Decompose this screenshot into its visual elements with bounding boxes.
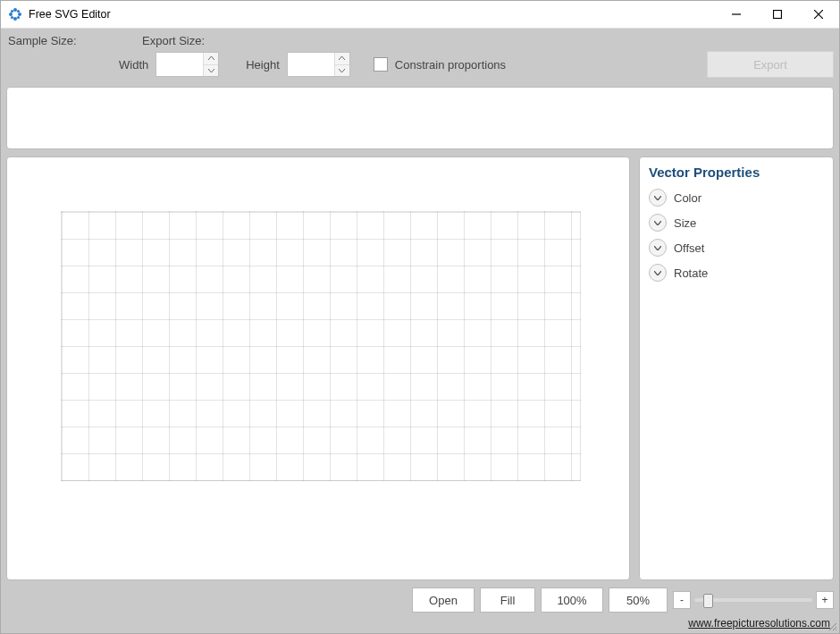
thumbnail-strip bbox=[6, 87, 834, 149]
height-input[interactable] bbox=[288, 53, 334, 76]
svg-point-5 bbox=[17, 10, 20, 13]
property-offset[interactable]: Offset bbox=[649, 239, 824, 257]
resize-grip-icon[interactable] bbox=[827, 621, 837, 631]
checkbox-box[interactable] bbox=[374, 57, 388, 72]
export-button[interactable]: Export bbox=[707, 51, 834, 78]
export-size-label: Export Size: bbox=[142, 34, 205, 47]
svg-point-2 bbox=[9, 13, 13, 16]
chevron-down-icon[interactable] bbox=[649, 189, 667, 207]
svg-line-12 bbox=[829, 623, 836, 630]
zoom-100-button[interactable]: 100% bbox=[541, 588, 603, 613]
height-spinbox[interactable] bbox=[287, 52, 350, 77]
width-step-up[interactable] bbox=[204, 53, 218, 65]
zoom-in-button[interactable]: + bbox=[816, 591, 834, 609]
property-label: Color bbox=[674, 191, 701, 205]
zoom-toolbar: Open Fill 100% 50% - + bbox=[1, 580, 839, 616]
maximize-button[interactable] bbox=[757, 1, 798, 28]
export-toolbar: Sample Size: Export Size: Width Height bbox=[1, 29, 839, 81]
height-step-up[interactable] bbox=[335, 53, 349, 65]
property-label: Size bbox=[674, 216, 696, 230]
svg-point-1 bbox=[13, 17, 17, 21]
width-spinbox[interactable] bbox=[155, 52, 219, 77]
sample-size-label: Sample Size: bbox=[8, 34, 106, 47]
property-label: Rotate bbox=[674, 266, 708, 280]
svg-line-14 bbox=[836, 630, 836, 630]
fill-button[interactable]: Fill bbox=[480, 588, 535, 613]
svg-point-7 bbox=[17, 16, 20, 19]
chevron-down-icon[interactable] bbox=[649, 239, 667, 257]
canvas-grid bbox=[61, 211, 581, 481]
open-button[interactable]: Open bbox=[412, 588, 475, 613]
app-icon bbox=[8, 7, 22, 21]
app-title: Free SVG Editor bbox=[29, 8, 111, 21]
property-rotate[interactable]: Rotate bbox=[649, 264, 824, 282]
svg-rect-9 bbox=[774, 11, 782, 19]
app-window: Free SVG Editor Sample Size: Export Size… bbox=[0, 0, 840, 634]
zoom-slider-thumb[interactable] bbox=[703, 594, 713, 608]
height-step-down[interactable] bbox=[335, 65, 349, 77]
width-label: Width bbox=[119, 58, 148, 72]
constrain-label: Constrain proportions bbox=[395, 58, 506, 72]
width-input[interactable] bbox=[156, 53, 203, 76]
chevron-down-icon[interactable] bbox=[649, 264, 667, 282]
svg-point-6 bbox=[11, 16, 13, 19]
zoom-50-button[interactable]: 50% bbox=[609, 588, 668, 613]
svg-point-0 bbox=[13, 8, 17, 12]
website-link[interactable]: www.freepicturesolutions.com bbox=[688, 617, 830, 630]
svg-point-4 bbox=[11, 10, 13, 13]
property-label: Offset bbox=[674, 241, 704, 255]
close-button[interactable] bbox=[798, 1, 839, 28]
constrain-proportions-checkbox[interactable]: Constrain proportions bbox=[374, 57, 506, 72]
zoom-slider[interactable] bbox=[694, 598, 812, 602]
chevron-down-icon[interactable] bbox=[649, 214, 667, 232]
properties-heading: Vector Properties bbox=[649, 165, 824, 180]
titlebar: Free SVG Editor bbox=[1, 1, 839, 29]
svg-point-3 bbox=[18, 13, 21, 16]
properties-panel: Vector Properties Color Size Offset Rota… bbox=[639, 156, 834, 580]
property-color[interactable]: Color bbox=[649, 189, 824, 207]
width-step-down[interactable] bbox=[204, 65, 218, 77]
zoom-out-button[interactable]: - bbox=[673, 591, 691, 609]
canvas-pane[interactable] bbox=[6, 156, 630, 580]
height-label: Height bbox=[246, 58, 280, 72]
footer: www.freepicturesolutions.com bbox=[1, 616, 839, 633]
minimize-button[interactable] bbox=[716, 1, 757, 28]
property-size[interactable]: Size bbox=[649, 214, 824, 232]
